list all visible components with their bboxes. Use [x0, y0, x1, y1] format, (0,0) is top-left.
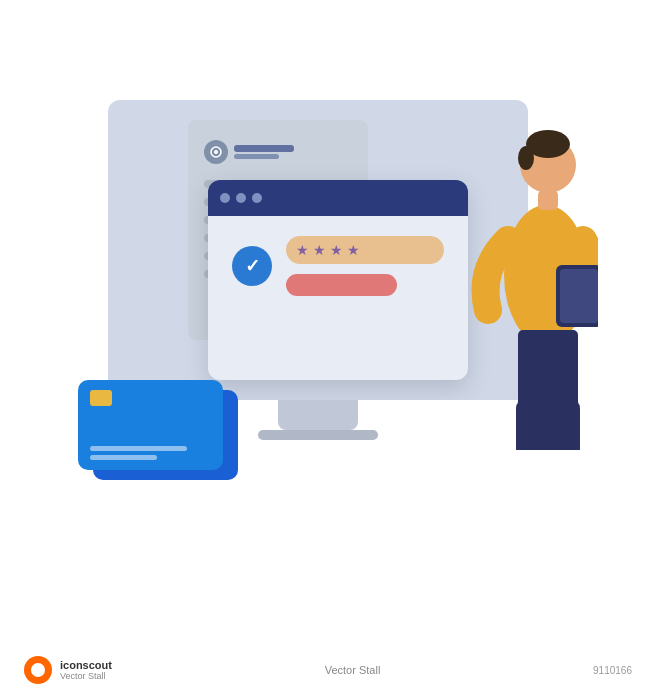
monitor-stand — [278, 400, 358, 430]
form-fields: ★ ★ ★ ★ — [286, 236, 444, 296]
card-chip — [90, 390, 112, 406]
browser-content: ✓ ★ ★ ★ ★ — [208, 216, 468, 316]
browser-form-row: ✓ ★ ★ ★ ★ — [232, 236, 444, 296]
card-front — [78, 380, 223, 470]
footer: iconscout Vector Stall Vector Stall 9110… — [0, 656, 656, 684]
browser-dot-2 — [236, 193, 246, 203]
svg-point-4 — [518, 146, 534, 170]
star-3: ★ — [330, 242, 343, 258]
vector-stall-label: Vector Stall — [325, 664, 381, 676]
doc-logo-icon — [204, 140, 228, 164]
brand-name: iconscout — [60, 659, 112, 671]
iconscout-logo-icon — [24, 656, 52, 684]
svg-point-1 — [214, 150, 218, 154]
checkmark-icon: ✓ — [245, 255, 260, 277]
logo-inner-circle — [31, 663, 45, 677]
brand-sub: Vector Stall — [60, 671, 112, 681]
monitor-base — [258, 430, 378, 440]
illustration: ✓ ★ ★ ★ ★ — [48, 60, 608, 640]
star-2: ★ — [313, 242, 326, 258]
doc-logo-area — [204, 140, 352, 164]
browser-titlebar — [208, 180, 468, 216]
doc-logo-text — [234, 145, 294, 159]
svg-rect-8 — [560, 269, 598, 323]
star-1: ★ — [296, 242, 309, 258]
password-field: ★ ★ ★ ★ — [286, 236, 444, 264]
footer-left: iconscout Vector Stall — [24, 656, 112, 684]
svg-rect-10 — [516, 400, 548, 450]
browser-dot-3 — [252, 193, 262, 203]
svg-rect-11 — [548, 400, 580, 450]
text-field — [286, 274, 397, 296]
card-lines — [90, 446, 211, 460]
svg-rect-6 — [538, 190, 558, 210]
browser-dot-1 — [220, 193, 230, 203]
svg-rect-9 — [518, 330, 578, 410]
footer-brand: iconscout Vector Stall — [60, 659, 112, 681]
credit-card — [78, 380, 238, 480]
doc-sub-line — [234, 154, 279, 159]
person-figure — [438, 110, 598, 450]
star-4: ★ — [347, 242, 360, 258]
check-icon-circle: ✓ — [232, 246, 272, 286]
card-number-line — [90, 446, 187, 451]
browser-window: ✓ ★ ★ ★ ★ — [208, 180, 468, 380]
main-container: ✓ ★ ★ ★ ★ — [0, 0, 656, 700]
doc-brand-line — [234, 145, 294, 152]
card-name-line — [90, 455, 157, 460]
image-id: 9110166 — [593, 665, 632, 676]
